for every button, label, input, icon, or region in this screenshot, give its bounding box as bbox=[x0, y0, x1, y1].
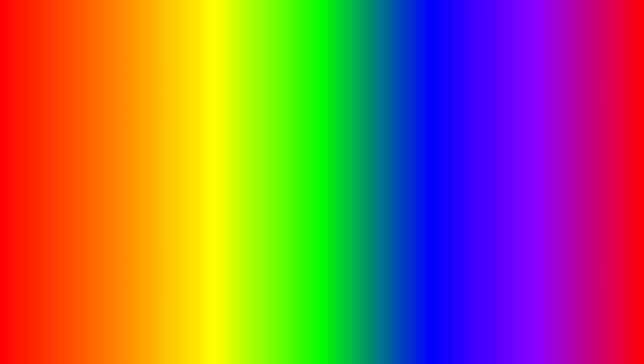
auto-superhuman-label: Auto Superhuman bbox=[260, 212, 292, 217]
title-container: BLOX FRUITS bbox=[3, 13, 641, 74]
svg-rect-13 bbox=[74, 201, 114, 261]
refresh-weapon-row: Refresh Weapon bbox=[260, 178, 355, 193]
method-label: Method bbox=[260, 159, 355, 163]
logo-ox: OX bbox=[587, 285, 602, 297]
auto-superhuman-checkbox[interactable] bbox=[350, 212, 355, 217]
svg-rect-19 bbox=[123, 204, 133, 234]
logo-title-blox: BLOX bbox=[574, 285, 602, 298]
sidebar-epsraid-label: EPS-Raid bbox=[215, 192, 234, 197]
title-fruits: FRUITS bbox=[308, 13, 491, 74]
title-spacer bbox=[295, 13, 308, 74]
sidebar-devilfruit-label: DevilFruit bbox=[215, 182, 233, 187]
svg-point-21 bbox=[57, 234, 64, 241]
method-value: Level [Quest] bbox=[263, 167, 289, 172]
sidebar-buyitem-label: Buy Item bbox=[215, 203, 232, 208]
svg-rect-18 bbox=[56, 204, 65, 234]
user-bar: 🧑 Sky#3908 bbox=[203, 220, 358, 232]
background-scene: BLOX FRUITS bbox=[3, 3, 641, 361]
chevron-down-icon: ▼ bbox=[347, 148, 351, 153]
logo-fruits-text: FRUITS bbox=[572, 321, 604, 331]
update-label: UPDATE bbox=[19, 314, 140, 348]
teleport-icon: 📍 bbox=[207, 160, 212, 165]
sidebar-item-players[interactable]: 👤 Players bbox=[203, 168, 256, 179]
title-blox: BLOX bbox=[153, 13, 295, 74]
players-icon: 👤 bbox=[207, 171, 212, 176]
gui-back-tab: EPS-Raid bbox=[333, 97, 357, 103]
redeem-exp-row: Redeem Exp Code bbox=[260, 202, 355, 210]
character bbox=[36, 134, 153, 308]
stats-icon: 📈 bbox=[207, 150, 212, 155]
sidebar-players-label: Players bbox=[215, 171, 229, 176]
gui-back-header: Blox Fruit EPS-Raid bbox=[237, 94, 429, 106]
gui-back-checkbox-3[interactable] bbox=[416, 132, 422, 138]
free-banner: FREE NO KEY‼ bbox=[221, 113, 313, 160]
bottom-text-container: UPDATE 20 SCRIPT PASTEBIN bbox=[19, 314, 454, 348]
auto-farm-row: Auto Farm bbox=[260, 193, 355, 202]
sidebar-setting-label: Setting bbox=[215, 214, 228, 219]
auto-superhuman-row: Auto Superhuman bbox=[260, 210, 355, 219]
buyitem-icon: 🛒 bbox=[207, 203, 212, 208]
update-number: 20 bbox=[147, 314, 181, 348]
redeem-exp-label: Redeem Exp Code bbox=[260, 204, 293, 208]
teleport-raidlab-checkbox[interactable] bbox=[416, 112, 422, 118]
gui-back-title: Blox Fruit bbox=[241, 97, 266, 103]
logo-bl: BL bbox=[574, 285, 588, 297]
epsraid-icon: ⚔️ bbox=[207, 192, 212, 197]
sidebar-item-devilfruit[interactable]: 😈 DevilFruit bbox=[203, 179, 256, 190]
gui-back-dropdown[interactable]: ▼ bbox=[355, 153, 422, 161]
user-avatar: 🧑 bbox=[206, 222, 216, 231]
logo-background: BLOX 💀 FRUITS bbox=[555, 275, 621, 341]
home-icon: 🏠 bbox=[207, 139, 212, 144]
sidebar-teleport-label: Teleport bbox=[215, 160, 230, 165]
pastebin-label: PASTEBIN bbox=[304, 314, 453, 348]
auto-farm-checkbox[interactable] bbox=[350, 195, 355, 200]
method-dropdown[interactable]: Level [Quest] ▲ bbox=[260, 165, 355, 174]
script-label: SCRIPT bbox=[187, 314, 297, 348]
chevron-down-icon: ▼ bbox=[415, 155, 419, 159]
sidebar-stats-label: Stats bbox=[215, 150, 225, 155]
logo-skull-icon: 💀 bbox=[577, 298, 600, 320]
chevron-up-icon: ▲ bbox=[347, 167, 351, 172]
setting-icon: ⚙️ bbox=[207, 214, 212, 219]
svg-point-23 bbox=[125, 234, 131, 241]
auto-farm-label: Auto Farm bbox=[260, 195, 278, 200]
refresh-weapon-button[interactable]: Refresh Weapon bbox=[260, 180, 355, 188]
devilfruit-icon: 😈 bbox=[207, 182, 212, 187]
gui-back-checkbox-6[interactable] bbox=[416, 165, 422, 171]
sidebar-item-buyitem[interactable]: 🛒 Buy Item bbox=[203, 200, 256, 211]
sidebar-item-epsraid[interactable]: ⚔️ EPS-Raid bbox=[203, 190, 256, 200]
gui-back-checkbox-4[interactable] bbox=[416, 143, 422, 149]
gui-back-checkbox-2[interactable] bbox=[416, 122, 422, 128]
blox-fruits-logo: BLOX 💀 FRUITS bbox=[555, 275, 621, 341]
user-name: Sky#3908 bbox=[218, 224, 236, 229]
